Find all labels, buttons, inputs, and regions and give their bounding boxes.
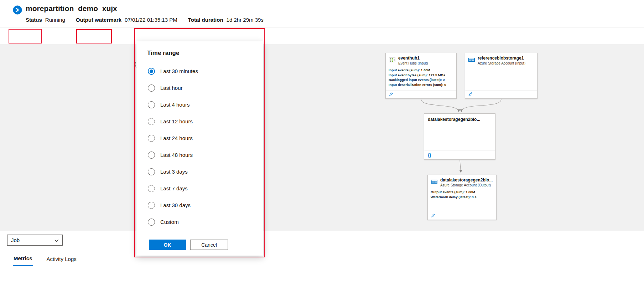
radio-icon — [148, 202, 155, 209]
node-query-step[interactable]: datalakestoragegen2blo... {} — [424, 113, 495, 160]
node-metrics: Input events (sum): 1.68M Input event by… — [386, 67, 456, 87]
time-range-option[interactable]: Last 30 days — [136, 197, 263, 214]
radio-icon — [148, 168, 155, 175]
node-subtitle: Event Hubs (Input) — [398, 61, 428, 66]
node-title: datalakestoragegen2blo... — [424, 114, 495, 122]
stream-analytics-icon — [13, 5, 22, 15]
time-range-options-list: Last 30 minutes Last hour Last 4 hours L… — [136, 63, 263, 230]
node-output-storage[interactable]: datalakestoragegen2blo... Azure Storage … — [427, 175, 497, 220]
time-range-panel-title: Time range — [147, 50, 179, 57]
output-watermark-label: Output watermark — [76, 17, 121, 23]
radio-icon — [148, 152, 155, 159]
time-range-option[interactable]: Last 7 days — [136, 180, 263, 197]
metric-line: Watermark delay (latest): 8 s — [431, 195, 496, 200]
radio-icon — [148, 101, 155, 108]
job-select-value: Job — [11, 237, 20, 243]
metric-line: Input events (sum): 1.68M — [389, 68, 456, 73]
node-header-text: referenceblobstorage1 Azure Storage Acco… — [478, 56, 525, 66]
connection-icon — [431, 213, 435, 219]
storage-account-icon — [468, 56, 475, 65]
node-header-text: eventhub1 Event Hubs (Input) — [398, 56, 428, 66]
node-footer — [386, 91, 456, 98]
node-footer — [465, 91, 537, 98]
option-label: Last 24 hours — [160, 135, 193, 141]
cancel-button[interactable]: Cancel — [190, 240, 228, 250]
metric-line: Input deserialization errors (sum): 0 — [389, 82, 456, 87]
option-label: Last hour — [160, 85, 183, 91]
time-range-option[interactable]: Last 4 hours — [136, 96, 263, 113]
tab-activity-logs[interactable]: Activity Logs — [46, 255, 77, 266]
node-header: referenceblobstorage1 Azure Storage Acco… — [465, 53, 537, 67]
radio-icon — [148, 219, 155, 226]
connection-icon — [389, 92, 393, 98]
radio-icon — [148, 84, 155, 92]
total-duration-value: 1d 2hr 29m 39s — [227, 17, 264, 23]
query-braces-icon: {} — [427, 153, 431, 158]
metric-line: Input event bytes (sum): 127.5 MBs — [389, 73, 456, 78]
job-status-row: Status Running Output watermark 07/01/22… — [26, 17, 274, 23]
metric-line: Output events (sum): 1.68M — [431, 190, 496, 195]
node-header: datalakestoragegen2blo... Azure Storage … — [428, 175, 496, 189]
node-title: eventhub1 — [398, 56, 428, 61]
job-select[interactable]: Job — [7, 235, 63, 246]
option-label: Custom — [160, 219, 179, 225]
node-title: referenceblobstorage1 — [478, 56, 525, 61]
option-label: Last 48 hours — [160, 152, 193, 158]
node-title: datalakestoragegen2blo... — [440, 178, 493, 183]
option-label: Last 12 hours — [160, 118, 193, 124]
page-title: morepartition_demo_xujx — [26, 4, 117, 13]
node-referenceblobstorage1[interactable]: referenceblobstorage1 Azure Storage Acco… — [465, 53, 537, 99]
node-metrics: Output events (sum): 1.68M Watermark del… — [428, 189, 496, 199]
node-header-text: datalakestoragegen2blo... Azure Storage … — [440, 178, 493, 188]
radio-icon — [148, 135, 155, 142]
time-range-option[interactable]: Custom — [136, 214, 263, 230]
job-diagram-canvas[interactable] — [0, 44, 644, 231]
option-label: Last 3 days — [160, 169, 188, 175]
time-range-option[interactable]: Last 3 days — [136, 163, 263, 180]
time-range-option[interactable]: Last 48 hours — [136, 147, 263, 163]
panel-buttons: OK Cancel — [149, 240, 228, 250]
option-label: Last 7 days — [160, 185, 188, 191]
radio-icon — [148, 185, 155, 192]
node-footer — [428, 212, 496, 220]
tab-metrics[interactable]: Metrics — [13, 255, 33, 266]
event-hubs-icon — [389, 56, 396, 65]
chevron-down-icon — [54, 237, 59, 243]
node-eventhub1[interactable]: eventhub1 Event Hubs (Input) Input event… — [385, 53, 457, 99]
output-watermark-value: 07/01/22 01:35:13 PM — [125, 17, 177, 23]
time-range-panel: Time range Last 30 minutes Last hour Las… — [136, 41, 263, 256]
radio-icon — [148, 118, 155, 125]
status-value: Running — [45, 17, 65, 23]
connection-icon — [468, 92, 473, 98]
option-label: Last 30 minutes — [160, 68, 198, 74]
metric-line: Backlogged input events (latest): 0 — [389, 77, 456, 82]
node-subtitle: Azure Storage Account (Input) — [478, 61, 525, 66]
storage-account-icon — [431, 178, 438, 187]
node-footer: {} — [424, 150, 495, 159]
radio-selected-icon — [148, 68, 155, 75]
node-header: eventhub1 Event Hubs (Input) — [386, 53, 456, 67]
time-range-option[interactable]: Last hour — [136, 79, 263, 96]
bottom-tabs: Metrics Activity Logs — [13, 255, 77, 266]
ok-button[interactable]: OK — [149, 240, 186, 250]
time-range-option[interactable]: Last 24 hours — [136, 130, 263, 147]
time-range-option[interactable]: Last 12 hours — [136, 113, 263, 130]
command-bar: Stop Delete Refresh View Time range : La — [0, 27, 644, 44]
stream-analytics-job-page: morepartition_demo_xujx Status Running O… — [0, 0, 644, 308]
total-duration-label: Total duration — [188, 17, 223, 23]
time-range-option[interactable]: Last 30 minutes — [136, 63, 263, 79]
option-label: Last 4 hours — [160, 102, 190, 108]
status-label: Status — [26, 17, 42, 23]
option-label: Last 30 days — [160, 202, 191, 208]
node-subtitle: Azure Storage Account (Output) — [440, 183, 493, 188]
